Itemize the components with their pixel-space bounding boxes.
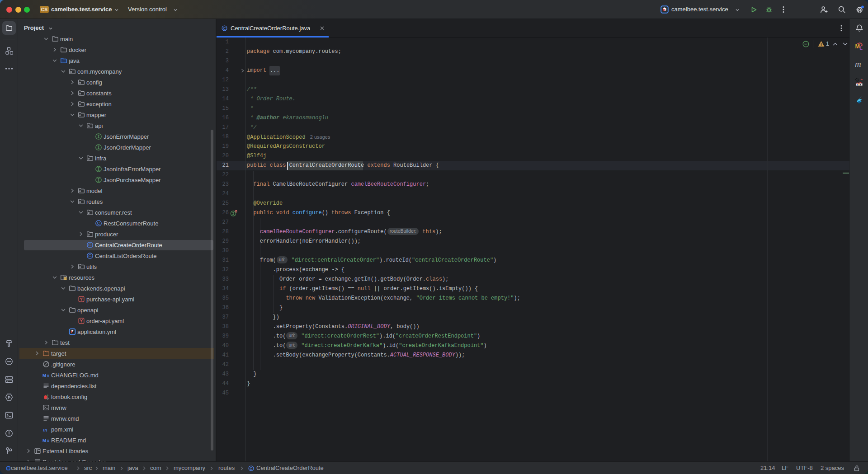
- svg-text:C: C: [97, 221, 100, 225]
- svg-text:M: M: [42, 373, 46, 378]
- svg-text:M: M: [42, 438, 46, 443]
- svg-text:C: C: [250, 466, 252, 471]
- svg-text:M: M: [855, 43, 860, 50]
- svg-text:C: C: [89, 253, 92, 258]
- svg-text:C: C: [89, 242, 92, 247]
- svg-text:m: m: [43, 426, 47, 433]
- svg-text:C: C: [223, 26, 226, 31]
